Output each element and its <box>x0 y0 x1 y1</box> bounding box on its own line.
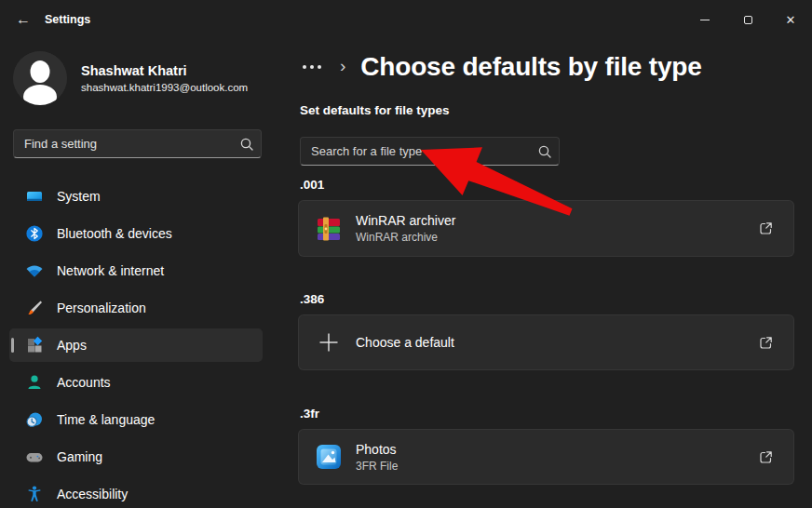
sidebar-item-label: Apps <box>57 338 87 353</box>
sidebar-item-apps[interactable]: Apps <box>9 328 263 362</box>
bluetooth-icon <box>25 224 44 243</box>
close-button[interactable]: ✕ <box>769 7 812 33</box>
sidebar-item-personalization[interactable]: Personalization <box>9 291 263 325</box>
person-silhouette-icon <box>13 51 67 105</box>
sidebar-item-label: Network & internet <box>57 263 164 278</box>
maximize-button[interactable] <box>726 7 769 33</box>
accessibility-person-icon <box>25 485 44 503</box>
winrar-icon <box>314 214 344 244</box>
back-arrow-icon: ← <box>16 11 31 28</box>
sidebar-item-label: Personalization <box>57 301 146 315</box>
sidebar-item-label: Accounts <box>57 375 111 390</box>
file-type-card-001[interactable]: WinRAR archiver WinRAR archive <box>298 200 794 257</box>
chevron-right-icon: › <box>340 57 345 77</box>
sidebar-item-label: System <box>57 189 101 204</box>
choose-default-label: Choose a default <box>356 335 454 350</box>
minimize-button[interactable] <box>683 7 726 33</box>
minimize-icon <box>700 20 710 20</box>
titlebar: ← Settings ✕ <box>0 0 812 39</box>
file-extension-label: .3fr <box>300 407 319 421</box>
open-external-button[interactable] <box>754 218 777 240</box>
gamepad-icon <box>25 448 44 466</box>
page-title: Choose defaults by file type <box>360 52 701 82</box>
maximize-icon <box>744 16 752 24</box>
external-link-icon <box>758 449 774 465</box>
sidebar-item-label: Bluetooth & devices <box>57 226 172 241</box>
default-app-name: Photos <box>356 442 398 457</box>
file-type-card-3fr[interactable]: Photos 3FR File <box>298 429 794 485</box>
sidebar-item-label: Gaming <box>57 449 102 464</box>
apps-icon <box>25 336 44 354</box>
settings-window: { "titlebar": { "title": "Settings", "ba… <box>0 0 812 508</box>
default-app-name: WinRAR archiver <box>356 213 455 228</box>
sidebar-item-accounts[interactable]: Accounts <box>9 366 263 399</box>
close-icon: ✕ <box>786 14 796 26</box>
sidebar-item-accessibility[interactable]: Accessibility <box>9 477 263 508</box>
photos-app-icon <box>314 442 344 472</box>
profile-email: shashwat.khatri1993@outlook.com <box>81 82 248 93</box>
breadcrumb-ellipsis-button[interactable] <box>301 60 323 74</box>
settings-search-box <box>13 129 262 158</box>
back-button[interactable]: ← <box>11 8 35 31</box>
open-external-button[interactable] <box>754 446 777 468</box>
open-external-button[interactable] <box>754 331 777 354</box>
window-title: Settings <box>45 13 90 26</box>
external-link-icon <box>758 335 774 351</box>
system-icon <box>25 187 44 206</box>
sidebar-item-network-internet[interactable]: Network & internet <box>9 254 263 287</box>
plus-icon <box>314 328 344 357</box>
paintbrush-icon <box>25 299 44 317</box>
file-type-card-386[interactable]: Choose a default <box>298 314 794 370</box>
search-icon <box>531 145 559 158</box>
breadcrumb: › Choose defaults by file type <box>301 52 702 82</box>
user-profile: Shashwat Khatri shashwat.khatri1993@outl… <box>13 51 248 105</box>
wifi-icon <box>25 261 44 280</box>
sidebar-item-system[interactable]: System <box>9 180 263 213</box>
sidebar-nav: System Bluetooth & devices Network & int… <box>9 180 263 508</box>
avatar <box>13 51 67 105</box>
main-content: › Choose defaults by file type Set defau… <box>279 39 812 508</box>
clock-globe-icon <box>25 410 44 429</box>
accounts-person-icon <box>25 373 44 392</box>
search-icon <box>233 138 261 151</box>
sidebar-item-label: Time & language <box>57 412 155 427</box>
profile-name: Shashwat Khatri <box>81 63 248 78</box>
external-link-icon <box>758 221 774 236</box>
sidebar-item-gaming[interactable]: Gaming <box>9 440 263 474</box>
file-type-search-box <box>300 137 560 166</box>
sidebar: Shashwat Khatri shashwat.khatri1993@outl… <box>0 39 279 508</box>
file-extension-label: .001 <box>300 178 324 192</box>
section-heading: Set defaults for file types <box>300 103 450 117</box>
file-type-description: WinRAR archive <box>356 231 455 244</box>
sidebar-item-time-language[interactable]: Time & language <box>9 403 263 436</box>
file-extension-label: .386 <box>300 292 324 306</box>
sidebar-item-bluetooth-devices[interactable]: Bluetooth & devices <box>9 217 263 250</box>
file-type-search-input[interactable] <box>301 144 531 158</box>
selected-indicator <box>11 338 14 353</box>
file-type-description: 3FR File <box>356 460 398 473</box>
sidebar-item-label: Accessibility <box>57 487 128 501</box>
settings-search-input[interactable] <box>14 137 233 151</box>
